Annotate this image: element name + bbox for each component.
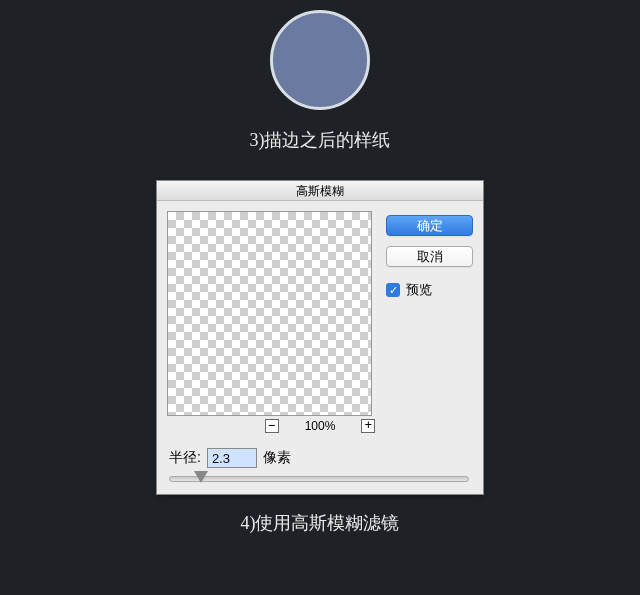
caption-step4: 4)使用高斯模糊滤镜	[0, 511, 640, 535]
stroked-circle-sample	[270, 10, 370, 110]
radius-slider[interactable]	[169, 476, 469, 482]
preview-checkbox[interactable]: ✓	[386, 283, 400, 297]
gaussian-blur-dialog: 高斯模糊 确定 取消 ✓ 预览 − 100% + 半径: 像素	[156, 180, 484, 495]
radius-unit: 像素	[263, 449, 291, 467]
radius-slider-thumb[interactable]	[194, 471, 208, 483]
zoom-level: 100%	[305, 419, 336, 433]
dialog-title: 高斯模糊	[157, 181, 483, 201]
zoom-in-button[interactable]: +	[361, 419, 375, 433]
zoom-out-button[interactable]: −	[265, 419, 279, 433]
radius-input[interactable]	[207, 448, 257, 468]
radius-label: 半径:	[169, 449, 201, 467]
preview-checkbox-row[interactable]: ✓ 预览	[386, 281, 473, 299]
caption-step3: 3)描边之后的样纸	[0, 128, 640, 152]
ok-button[interactable]: 确定	[386, 215, 473, 236]
blur-preview-canvas[interactable]	[167, 211, 372, 416]
cancel-button[interactable]: 取消	[386, 246, 473, 267]
preview-checkbox-label: 预览	[406, 281, 432, 299]
